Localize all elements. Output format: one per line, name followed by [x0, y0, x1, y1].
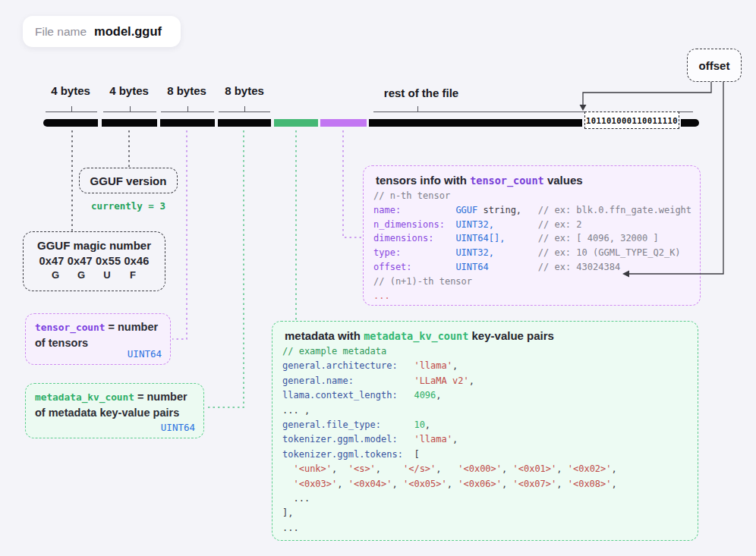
tensor-count-eq: = number: [105, 321, 158, 333]
code-line: // (n+1)-th tensor: [373, 275, 690, 289]
tensor-count-type: UINT64: [128, 348, 162, 360]
tensor-count-callout-box: tensor_count = number of tensors UINT64: [25, 313, 171, 365]
metadata-kv-count-eq: = number: [134, 391, 187, 403]
magic-letter: G: [43, 269, 68, 281]
connector-tensor-count: [172, 130, 187, 339]
code-line: general.architecture: 'llama',: [282, 359, 688, 373]
metadata-title: metadata with metadata_kv_count key-valu…: [285, 329, 688, 342]
tensors-info-code: // n-th tensorname: GGUF string, // ex: …: [373, 189, 690, 303]
tensor-count-line2: of tensors: [35, 337, 161, 349]
tensor-count-line1: tensor_count = number: [35, 321, 161, 333]
metadata-kv-count-code: metadata_kv_count: [35, 391, 134, 403]
segment-label-metadata-kv-count: 8 bytes: [214, 84, 275, 97]
bracket-segment-2: [103, 106, 156, 112]
code-line: // example metadata: [282, 344, 688, 359]
metadata-panel: metadata with metadata_kv_count key-valu…: [272, 321, 698, 541]
gguf-format-diagram: { "filename": { "label": "File name", "v…: [0, 0, 756, 556]
code-line: tokenizer.ggml.tokens: [: [282, 448, 688, 462]
code-line: offset: UINT64 // ex: 43024384: [373, 260, 690, 275]
version-callout-box: GGUF version: [79, 168, 178, 193]
code-line: ...: [282, 492, 688, 506]
filename-box: File name model.gguf: [23, 16, 181, 47]
code-line: llama.context_length: 4096,: [282, 388, 688, 403]
bar-segment-metadata-kv-count: [218, 119, 271, 127]
metadata-kv-count-line1: metadata_kv_count = number: [35, 391, 194, 403]
tensors-title-code: tensor_count: [470, 174, 544, 187]
segment-label-magic: 4 bytes: [40, 84, 101, 97]
tensors-title-pre: tensors info with: [376, 174, 470, 187]
offset-binary-value: 101101000110011110: [586, 116, 678, 125]
metadata-title-code: metadata_kv_count: [364, 330, 468, 342]
metadata-kv-count-callout-box: metadata_kv_count = number of metadata k…: [25, 383, 204, 438]
code-line: general.file_type: 10,: [282, 418, 688, 432]
magic-letter: G: [68, 269, 94, 281]
bar-segment-version: [102, 119, 157, 127]
code-line: name: GGUF string, // ex: blk.0.ffn_gate…: [373, 203, 690, 218]
bar-segment-metadata: [274, 119, 318, 127]
segment-label-version: 4 bytes: [99, 84, 159, 97]
rest-of-file-label: rest of the file: [372, 86, 471, 99]
magic-callout-box: GGUF magic number 0x47 0x47 0x55 0x46 GG…: [23, 231, 165, 291]
bar-segment-rest: [369, 119, 582, 127]
bar-segment-end: [681, 119, 699, 127]
code-line: ...: [373, 289, 690, 303]
magic-ascii-letters: GGUF: [43, 269, 146, 281]
code-line: '<unk>', '<s>', '</s>', '<0x00>', '<0x01…: [282, 462, 688, 476]
tensors-info-title: tensors info with tensor_count values: [376, 174, 690, 187]
metadata-title-pre: metadata with: [285, 329, 364, 342]
code-line: dimensions: UINT64[], // ex: [ 4096, 320…: [373, 231, 690, 246]
offset-arrow-to-bar: [583, 82, 711, 105]
code-line: ... ,: [282, 404, 688, 418]
metadata-kv-count-type: UINT64: [161, 422, 195, 433]
code-line: tokenizer.ggml.model: 'llama',: [282, 432, 688, 447]
offset-callout-label: offset: [699, 59, 730, 72]
bracket-segment-4: [219, 106, 270, 112]
bar-segment-tensors-info: [320, 119, 367, 127]
offset-callout-box: offset: [687, 49, 742, 82]
code-line: general.name: 'LLaMA v2',: [282, 374, 688, 388]
magic-letter: F: [120, 269, 146, 281]
code-line: ],: [282, 506, 688, 520]
metadata-kv-count-line2: of metadata key-value pairs: [35, 407, 194, 419]
version-current-note: currently = 3: [79, 200, 178, 212]
tensors-title-post: values: [544, 174, 583, 187]
code-line: ...: [282, 521, 688, 536]
bracket-segment-3: [161, 106, 214, 112]
offset-binary-box: 101101000110011110: [584, 112, 679, 129]
magic-callout-title: GGUF magic number: [24, 239, 165, 252]
magic-hex-values: 0x47 0x47 0x55 0x46: [24, 255, 165, 267]
bar-segment-tensor-count: [160, 119, 215, 127]
code-line: type: UINT32, // ex: 10 (GGML_TYPE_Q2_K): [373, 246, 690, 260]
connector-tensors-panel: [343, 130, 362, 237]
code-line: n_dimensions: UINT32, // ex: 2: [373, 218, 690, 232]
metadata-title-post: key-value pairs: [468, 329, 554, 342]
bar-segment-magic: [43, 119, 98, 127]
version-callout-title: GGUF version: [90, 174, 167, 187]
magic-letter: U: [94, 269, 120, 281]
code-line: '<0x03>', '<0x04>', '<0x05>', '<0x06>', …: [282, 477, 688, 492]
tensors-info-panel: tensors info with tensor_count values //…: [363, 165, 701, 306]
filename-label: File name: [35, 25, 87, 39]
segment-label-tensor-count: 8 bytes: [156, 84, 217, 97]
metadata-code: // example metadatageneral.architecture:…: [282, 344, 688, 536]
code-line: // n-th tensor: [373, 189, 690, 203]
filename-value: model.gguf: [94, 24, 162, 39]
connector-metadata-kv-count: [206, 130, 244, 407]
tensor-count-code: tensor_count: [35, 322, 105, 333]
bracket-segment-1: [46, 106, 97, 112]
